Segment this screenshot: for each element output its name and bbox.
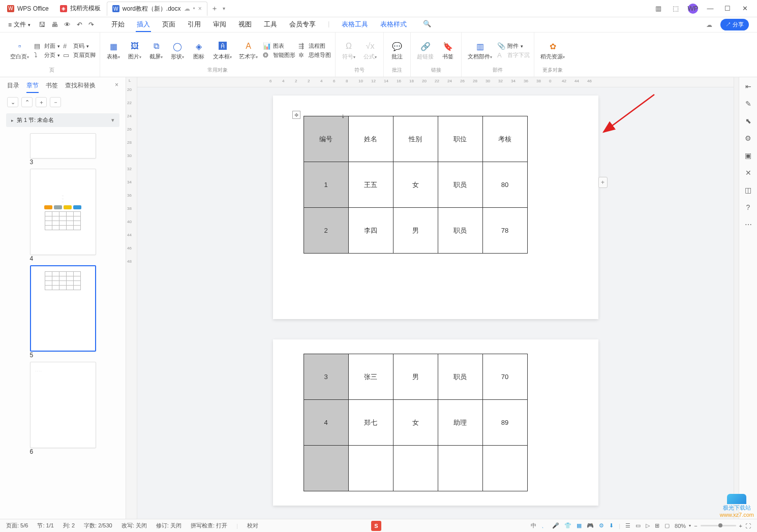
status-icon[interactable]: 、 xyxy=(541,522,547,529)
tab-menu-button[interactable]: ▾ xyxy=(223,6,225,11)
picture-button[interactable]: 🖼图片▾ xyxy=(126,40,144,61)
status-grid-icon[interactable]: ▦ xyxy=(577,522,582,529)
cover-button[interactable]: ▤封面▾ xyxy=(34,42,60,50)
tab-view[interactable]: 视图 xyxy=(237,18,253,32)
docparts-button[interactable]: ▥文档部件▾ xyxy=(466,40,494,61)
collapse-icon[interactable]: ⇤ xyxy=(745,82,751,90)
print-preview-icon[interactable]: 👁 xyxy=(64,21,71,28)
close-button[interactable]: ✕ xyxy=(740,5,750,12)
table-cell[interactable]: 80 xyxy=(482,162,527,208)
save-icon[interactable]: 🖫 xyxy=(39,21,45,28)
tab-close-icon[interactable]: × xyxy=(198,5,202,12)
tab-table-style[interactable]: 表格样式 xyxy=(379,18,408,32)
thumbnail[interactable]: ········· 4 xyxy=(30,169,96,262)
status-revision[interactable]: 修订: 关闭 xyxy=(156,522,181,529)
undo-icon[interactable]: ↶ xyxy=(77,21,82,28)
new-tab-button[interactable]: ＋ xyxy=(208,4,221,13)
headerfooter-button[interactable]: ▭页眉页脚 xyxy=(63,51,96,59)
nav-tab-toc[interactable]: 目录 xyxy=(7,81,19,93)
nav-up-button[interactable]: ⌃ xyxy=(21,97,33,107)
tab-document[interactable]: W word教程（新）.docx ☁ • × xyxy=(107,2,207,16)
document-canvas[interactable]: 6422468101214161820222426283032343638042… xyxy=(137,77,734,519)
table-cell[interactable]: 2 xyxy=(304,208,348,254)
table-header-cell[interactable]: 考核 xyxy=(482,116,527,162)
share-button[interactable]: ↗ 分享 xyxy=(720,19,749,30)
tab-member[interactable]: 会员专享 xyxy=(288,18,317,32)
table-cell[interactable]: 郑七 xyxy=(348,400,393,446)
pen-icon[interactable]: ✎ xyxy=(745,100,751,108)
flowchart-button[interactable]: ⇶流程图 xyxy=(298,42,331,50)
table-cell[interactable]: 男 xyxy=(393,354,438,400)
nav-tab-bookmarks[interactable]: 书签 xyxy=(46,81,58,93)
thumbnail[interactable]: · · · ·6 xyxy=(30,362,96,455)
view-print-icon[interactable]: ☰ xyxy=(625,522,630,529)
status-shirt-icon[interactable]: 👕 xyxy=(564,522,571,529)
textbox-button[interactable]: 🅰文本框▾ xyxy=(211,40,234,61)
nav-collapse-button[interactable]: ⌄ xyxy=(7,97,18,107)
status-gamepad-icon[interactable]: 🎮 xyxy=(587,522,594,529)
table-header-cell[interactable]: 编号 xyxy=(304,116,348,162)
mindmap-button[interactable]: ✲思维导图 xyxy=(298,51,331,59)
fullscreen-icon[interactable]: ⛶ xyxy=(745,523,751,529)
tab-start[interactable]: 开始 xyxy=(110,18,126,32)
status-chars[interactable]: 字数: 2/530 xyxy=(84,522,112,529)
highlight-icon[interactable]: ▣ xyxy=(745,151,751,160)
thumbnail[interactable]: 5 xyxy=(30,265,96,359)
blank-page-button[interactable]: ▫空白页▾ xyxy=(8,40,31,61)
status-mic-icon[interactable]: 🎤 xyxy=(552,522,559,529)
view-web-icon[interactable]: ▷ xyxy=(646,522,650,529)
view-focus-icon[interactable]: ▢ xyxy=(664,522,670,529)
cube-icon[interactable]: ⬚ xyxy=(671,5,681,12)
table-header-cell[interactable]: 职位 xyxy=(438,116,482,162)
nav-remove-button[interactable]: － xyxy=(50,97,61,107)
table-cell[interactable]: 1 xyxy=(304,162,348,208)
view-outline-icon[interactable]: ⊞ xyxy=(655,522,659,529)
table-cell[interactable]: 张三 xyxy=(348,354,393,400)
tab-insert[interactable]: 插入 xyxy=(136,18,151,32)
zoom-control[interactable]: 80%▾ −+ ⛶ xyxy=(675,523,751,529)
table-cell[interactable]: 89 xyxy=(482,400,527,446)
table-move-handle[interactable]: ✥ xyxy=(292,111,300,119)
tab-review[interactable]: 审阅 xyxy=(212,18,227,32)
maximize-button[interactable]: ☐ xyxy=(722,5,733,12)
nav-tab-find[interactable]: 查找和替换 xyxy=(65,81,96,93)
ime-lang[interactable]: 中 xyxy=(531,522,536,529)
hyperlink-button[interactable]: 🔗超链接 xyxy=(415,40,436,61)
settings-icon[interactable]: ⚙ xyxy=(745,134,751,142)
screenshot-button[interactable]: ⧉截屏▾ xyxy=(147,40,165,61)
table-cell[interactable]: 职员 xyxy=(438,162,482,208)
table-cell[interactable]: 男 xyxy=(393,208,438,254)
ime-indicator[interactable]: S xyxy=(371,521,381,531)
tab-templates[interactable]: ◈ 找稻壳模板 xyxy=(55,2,106,16)
thumbnail[interactable]: 3 xyxy=(30,133,96,166)
wordart-button[interactable]: A艺术字▾ xyxy=(237,40,260,61)
tab-reference[interactable]: 引用 xyxy=(187,18,202,32)
ai-icon[interactable]: ◫ xyxy=(745,186,751,194)
data-table-1[interactable]: 编号 姓名 性别 职位 考核 1 王五 女 职员 80 xyxy=(304,116,528,254)
view-read-icon[interactable]: ▭ xyxy=(635,522,641,529)
table-button[interactable]: ▦表格▾ xyxy=(104,40,123,61)
print-icon[interactable]: 🖶 xyxy=(51,21,58,28)
minimize-button[interactable]: — xyxy=(705,5,715,12)
table-cell[interactable]: 4 xyxy=(304,400,348,446)
table-cell[interactable] xyxy=(348,446,393,491)
pagenum-button[interactable]: #页码▾ xyxy=(63,42,96,50)
chart-button[interactable]: 📊图表 xyxy=(263,42,295,50)
tab-tools[interactable]: 工具 xyxy=(263,18,278,32)
symbol-button[interactable]: Ω符号▾ xyxy=(340,40,358,61)
status-down-icon[interactable]: ⬇ xyxy=(609,522,614,529)
status-gear-icon[interactable]: ⚙ xyxy=(599,522,604,529)
resources-button[interactable]: ✿稻壳资源▾ xyxy=(538,40,567,61)
table-cell[interactable]: 70 xyxy=(482,354,527,400)
table-cell[interactable]: 助理 xyxy=(438,400,482,446)
nav-close-icon[interactable]: × xyxy=(115,81,118,93)
status-track[interactable]: 改写: 关闭 xyxy=(122,522,147,529)
table-cell[interactable] xyxy=(393,446,438,491)
cloud-icon[interactable]: ☁ xyxy=(706,21,712,28)
table-cell[interactable]: 3 xyxy=(304,354,348,400)
table-cell[interactable]: 王五 xyxy=(348,162,393,208)
table-cell[interactable]: 职员 xyxy=(438,208,482,254)
tab-table-tools[interactable]: 表格工具 xyxy=(341,18,369,32)
avatar[interactable]: WP xyxy=(688,4,698,14)
more-icon[interactable]: ⋯ xyxy=(745,221,752,229)
